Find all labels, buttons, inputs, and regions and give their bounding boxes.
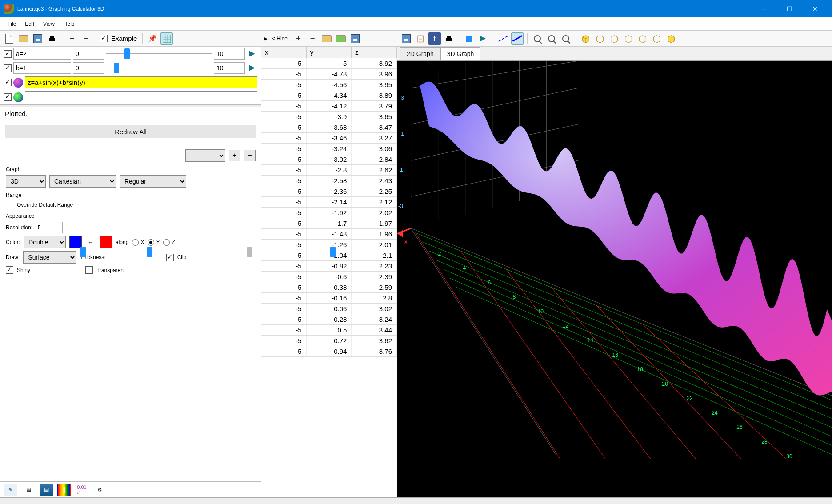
preset-select[interactable] [185, 149, 225, 162]
resolution-input[interactable] [36, 222, 63, 233]
table-row[interactable]: -50.53.44 [261, 325, 397, 336]
cube6-icon[interactable] [651, 32, 663, 45]
func2-checkbox[interactable] [4, 93, 12, 101]
preset-add-button[interactable]: + [229, 150, 240, 161]
var-a-min[interactable] [73, 48, 104, 60]
color1-swatch[interactable] [69, 236, 82, 248]
table-toggle-button[interactable] [160, 32, 173, 45]
override-range-checkbox[interactable] [6, 201, 13, 208]
remove-expr-button[interactable]: − [80, 32, 92, 45]
data-export-button[interactable] [335, 32, 347, 45]
var-b-name[interactable] [13, 62, 71, 74]
pin-button[interactable]: 📌 [146, 32, 159, 45]
table-row[interactable]: -5-0.162.8 [261, 293, 397, 304]
draw-mode-select[interactable]: Surface [23, 251, 76, 264]
table-row[interactable]: -5-1.71.97 [261, 218, 397, 229]
along-z-radio[interactable]: Z [163, 239, 175, 246]
cube4-icon[interactable] [622, 32, 635, 45]
pencil-tab-icon[interactable]: ✎ [4, 484, 17, 496]
zoom-out-button[interactable] [560, 32, 572, 45]
example-checkbox[interactable] [100, 35, 108, 42]
graph-coord-select[interactable]: Cartesian [49, 175, 116, 188]
table-row[interactable]: -50.943.76 [261, 346, 397, 357]
open-button[interactable] [17, 32, 30, 45]
along-y-radio[interactable]: Y [148, 239, 160, 246]
data-rows[interactable]: -5-53.92-5-4.783.96-5-4.563.95-5-4.343.8… [261, 58, 397, 497]
table-row[interactable]: -5-4.563.95 [261, 80, 397, 90]
save-image-button[interactable] [400, 32, 412, 45]
table-row[interactable]: -5-3.683.47 [261, 122, 397, 133]
table-row[interactable]: -5-3.022.84 [261, 154, 397, 165]
calc-tab-icon[interactable]: ▤ [40, 484, 53, 496]
table-row[interactable]: -5-0.62.39 [261, 272, 397, 282]
table-row[interactable]: -5-3.243.06 [261, 144, 397, 154]
zoom-in-button[interactable] [545, 32, 558, 45]
table-row[interactable]: -5-2.362.25 [261, 186, 397, 197]
var-b-checkbox[interactable] [4, 64, 12, 72]
func2-input[interactable] [25, 91, 257, 103]
func1-input[interactable] [25, 76, 257, 88]
cube2-icon[interactable] [594, 32, 606, 45]
print-button[interactable]: 🖶 [46, 32, 58, 45]
table-row[interactable]: -50.723.62 [261, 336, 397, 346]
func1-checkbox[interactable] [4, 79, 12, 86]
func2-color-icon[interactable] [13, 92, 23, 102]
cube5-icon[interactable] [636, 32, 649, 45]
table-row[interactable]: -50.063.02 [261, 304, 397, 314]
redraw-all-button[interactable]: Redraw All [5, 125, 256, 138]
stop-button[interactable] [463, 32, 475, 45]
settings-tab-icon[interactable]: ⚙ [93, 484, 106, 496]
grid-tab-icon[interactable]: ▦ [22, 484, 35, 496]
data-add-button[interactable]: + [292, 32, 304, 45]
shiny-checkbox[interactable] [6, 266, 13, 274]
table-row[interactable]: -5-2.82.62 [261, 165, 397, 176]
copy-button[interactable]: 📋 [414, 32, 427, 45]
cube7-icon[interactable] [665, 32, 677, 45]
var-a-checkbox[interactable] [4, 50, 12, 58]
var-b-min[interactable] [73, 62, 104, 74]
table-row[interactable]: -5-0.382.59 [261, 282, 397, 293]
header-x[interactable]: x [261, 47, 307, 58]
var-a-slider[interactable] [106, 49, 212, 58]
transparent-checkbox[interactable] [85, 266, 93, 274]
menu-edit[interactable]: Edit [20, 19, 39, 29]
data-save-button[interactable] [349, 32, 361, 45]
table-row[interactable]: -5-2.142.12 [261, 197, 397, 208]
tab-3d-graph[interactable]: 3D Graph [440, 47, 481, 60]
table-row[interactable]: -5-53.92 [261, 58, 397, 69]
var-b-play[interactable] [247, 63, 257, 73]
maximize-button[interactable]: ☐ [776, 0, 802, 17]
table-row[interactable]: -5-4.343.89 [261, 90, 397, 101]
table-row[interactable]: -5-4.783.96 [261, 69, 397, 80]
table-row[interactable]: -5-0.822.23 [261, 261, 397, 272]
graph-3d-viewport[interactable]: X 3 1 -1 -3 2468101214161820222426283032 [397, 61, 832, 497]
cube3-icon[interactable] [608, 32, 620, 45]
clip-checkbox[interactable] [166, 254, 174, 261]
palette-tab-icon[interactable]: ║ [57, 484, 71, 496]
dashed-line-icon[interactable] [497, 32, 509, 45]
var-a-name[interactable] [13, 48, 71, 60]
table-row[interactable]: -5-3.93.65 [261, 112, 397, 122]
menu-view[interactable]: View [39, 19, 59, 29]
var-b-max[interactable] [214, 62, 245, 74]
new-button[interactable] [3, 32, 16, 45]
var-b-slider[interactable] [106, 64, 212, 72]
print-graph-button[interactable]: 🖶 [443, 32, 455, 45]
color-mode-select[interactable]: Double [24, 236, 66, 248]
color2-swatch[interactable] [100, 236, 112, 248]
add-expr-button[interactable]: + [66, 32, 78, 45]
table-row[interactable]: -5-2.582.43 [261, 176, 397, 186]
func1-color-icon[interactable] [13, 78, 23, 88]
graph-dim-select[interactable]: 3D [6, 175, 46, 188]
precision-tab-icon[interactable]: 0.01# [75, 484, 88, 496]
preset-remove-button[interactable]: − [244, 150, 256, 161]
minimize-button[interactable]: ─ [751, 0, 776, 17]
close-button[interactable]: ✕ [802, 0, 828, 17]
menu-help[interactable]: Help [59, 19, 79, 29]
play-button[interactable] [477, 32, 489, 45]
facebook-button[interactable]: f [428, 32, 441, 45]
save-button[interactable] [32, 32, 44, 45]
table-row[interactable]: -5-4.123.79 [261, 101, 397, 112]
expand-icon[interactable]: ▸ [264, 34, 268, 43]
table-row[interactable]: -5-1.481.96 [261, 229, 397, 240]
